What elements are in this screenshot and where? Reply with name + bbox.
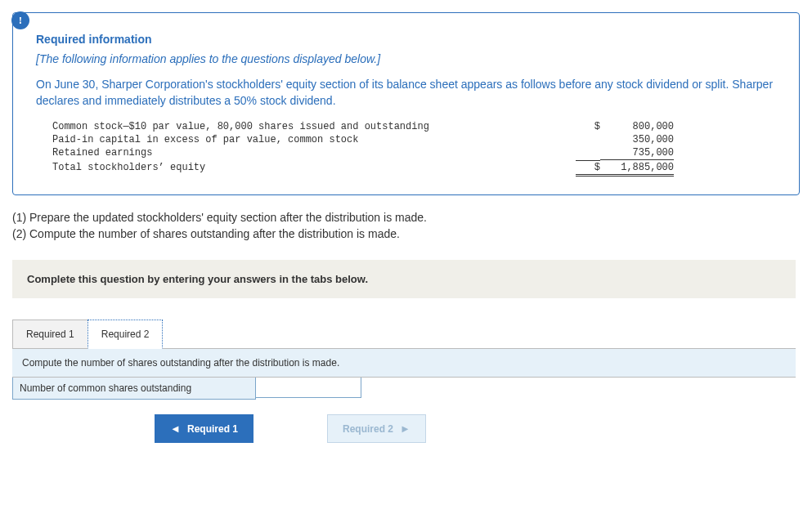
ledger-currency: $ [576,160,600,177]
tab-required-1[interactable]: Required 1 [12,320,87,349]
question-list: (1) Prepare the updated stockholders' eq… [12,210,800,242]
nav-buttons: ◄ Required 1 Required 2 ► [12,414,568,443]
equity-ledger: Common stock—$10 par value, 80,000 share… [52,120,776,177]
tabs: Required 1 Required 2 [12,320,800,349]
next-button-label: Required 2 [343,423,393,435]
ledger-label: Common stock—$10 par value, 80,000 share… [52,120,576,133]
prev-required-button[interactable]: ◄ Required 1 [155,414,253,443]
instruction-bar: Complete this question by entering your … [12,260,796,298]
tab-required-2[interactable]: Required 2 [87,320,164,349]
answer-row: Number of common shares outstanding [12,378,796,400]
alert-icon: ! [11,11,29,29]
next-required-button[interactable]: Required 2 ► [327,414,426,443]
ledger-amount: 800,000 [600,120,674,133]
ledger-currency: $ [576,120,600,133]
ledger-label: Retained earnings [52,146,576,160]
tab-panel: Compute the number of shares outstanding… [12,348,796,400]
scenario-text: On June 30, Sharper Corporation's stockh… [36,77,776,109]
italic-note: [The following information applies to th… [36,52,776,65]
ledger-currency [576,133,600,146]
panel-instruction: Compute the number of shares outstanding… [12,349,796,378]
ledger-label: Total stockholders’ equity [52,160,576,177]
info-box: ! Required information [The following in… [12,12,800,195]
required-info-title: Required information [36,33,776,46]
prev-button-label: Required 1 [187,423,238,435]
chevron-left-icon: ◄ [170,422,181,435]
chevron-right-icon: ► [400,422,410,435]
ledger-label: Paid-in capital in excess of par value, … [52,133,576,146]
shares-outstanding-input[interactable] [256,378,361,398]
ledger-currency [576,146,600,160]
ledger-amount: 735,000 [600,146,674,160]
answer-label: Number of common shares outstanding [12,378,256,400]
ledger-amount: 1,885,000 [600,160,674,177]
ledger-amount: 350,000 [600,133,674,146]
